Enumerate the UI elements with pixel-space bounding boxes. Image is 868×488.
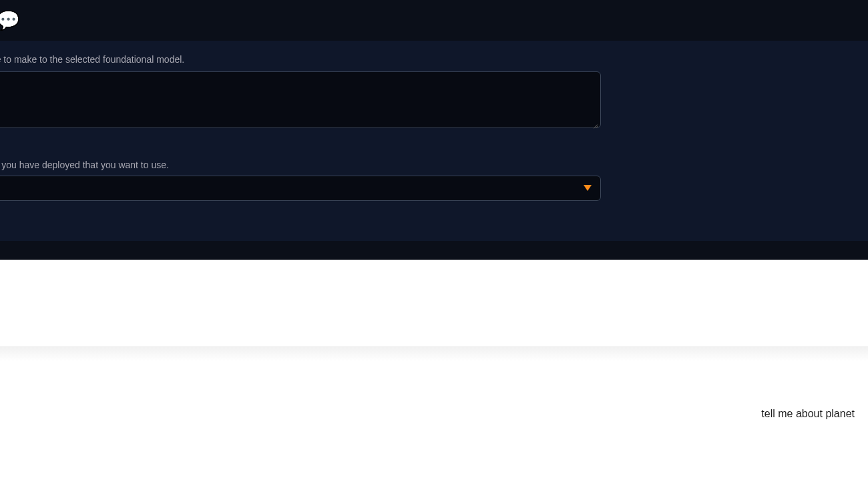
model-description: del which you have deployed that you wan… <box>0 160 868 170</box>
message-divider <box>0 346 868 361</box>
model-select-wrapper: t <box>0 176 601 201</box>
panel-divider <box>0 241 868 260</box>
model-select[interactable]: t <box>0 176 601 201</box>
app-title: dio 💬 <box>0 9 20 32</box>
modifications-field: would like to make to the selected found… <box>0 54 868 131</box>
header: dio 💬 <box>0 0 868 41</box>
config-panel: would like to make to the selected found… <box>0 41 868 241</box>
bot-avatar-row: 🤖 <box>0 276 868 294</box>
model-label: del <box>0 147 868 158</box>
chat-bubble-icon: 💬 <box>0 9 20 31</box>
modifications-description: would like to make to the selected found… <box>0 54 868 65</box>
modifications-input-wrapper <box>0 71 601 131</box>
model-field: del del which you have deployed that you… <box>0 147 868 201</box>
bot-message: tudio! <box>0 301 868 346</box>
modifications-input[interactable] <box>0 71 601 128</box>
chat-area: 🤖 tudio! <box>0 260 868 346</box>
user-message: tell me about planet <box>0 361 868 440</box>
